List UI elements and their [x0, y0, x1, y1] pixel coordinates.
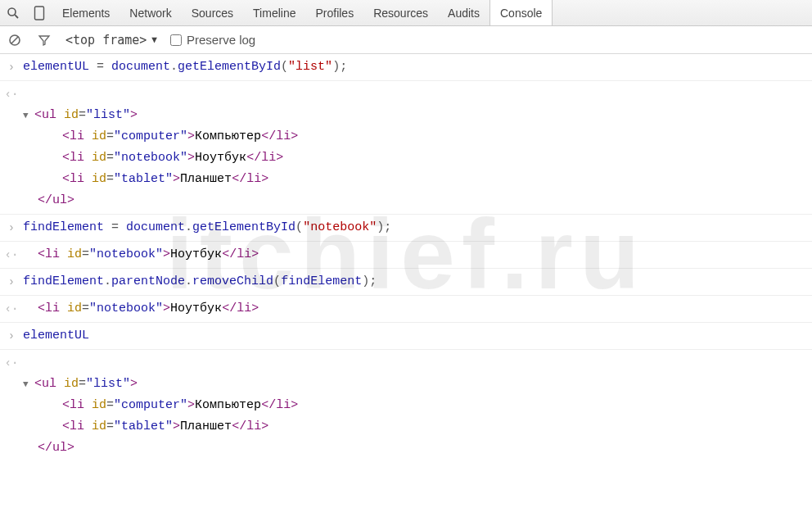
- svg-line-4: [11, 37, 18, 43]
- console-element-tree: ▼<ul id="list"> <li id="computer">Компью…: [23, 84, 812, 211]
- search-icon[interactable]: [0, 0, 26, 25]
- tab-network[interactable]: Network: [120, 0, 181, 25]
- console-input-row[interactable]: › findElement.parentNode.removeChild(fin…: [0, 269, 812, 296]
- execution-context-label: <top frame>: [65, 33, 147, 48]
- console-output-row[interactable]: ‹· ▼<ul id="list"> <li id="computer">Ком…: [0, 81, 812, 215]
- device-icon[interactable]: [26, 0, 52, 25]
- filter-icon[interactable]: [36, 34, 52, 47]
- console-input-row[interactable]: › elementUL = document.getElementById("l…: [0, 54, 812, 81]
- console-input-row[interactable]: › findElement = document.getElementById(…: [0, 215, 812, 242]
- preserve-log-label: Preserve log: [187, 33, 255, 47]
- tab-console[interactable]: Console: [489, 0, 553, 25]
- devtools-tabbar: Elements Network Sources Timeline Profil…: [0, 0, 812, 26]
- svg-line-1: [15, 15, 18, 18]
- tab-audits[interactable]: Audits: [438, 0, 489, 25]
- console-input-row[interactable]: › elementUL: [0, 323, 812, 350]
- console-output-row[interactable]: ‹· <li id="notebook">Ноутбук</li>: [0, 242, 812, 269]
- output-marker-icon: ‹·: [0, 84, 23, 105]
- console-code: findElement = document.getElementById("n…: [23, 217, 812, 238]
- input-marker-icon: ›: [0, 271, 23, 293]
- input-marker-icon: ›: [0, 57, 23, 78]
- disclosure-triangle-icon[interactable]: ▼: [23, 105, 34, 126]
- console-toolbar: <top frame> ▼ Preserve log: [0, 26, 812, 54]
- svg-marker-5: [39, 36, 49, 45]
- preserve-log-checkbox[interactable]: [170, 34, 182, 46]
- clear-console-icon[interactable]: [7, 34, 23, 47]
- console-code: elementUL: [23, 325, 812, 347]
- tab-sources[interactable]: Sources: [182, 0, 243, 25]
- tab-elements[interactable]: Elements: [52, 0, 120, 25]
- svg-point-0: [8, 8, 16, 16]
- tab-timeline[interactable]: Timeline: [243, 0, 305, 25]
- preserve-log-toggle[interactable]: Preserve log: [170, 33, 255, 47]
- input-marker-icon: ›: [0, 217, 23, 238]
- console-output-row[interactable]: ‹· <li id="notebook">Ноутбук</li>: [0, 296, 812, 323]
- input-marker-icon: ›: [0, 325, 23, 347]
- disclosure-triangle-icon[interactable]: ▼: [23, 374, 34, 395]
- console-code: findElement.parentNode.removeChild(findE…: [23, 271, 812, 293]
- output-marker-icon: ‹·: [0, 244, 23, 265]
- chevron-down-icon: ▼: [151, 34, 157, 45]
- tab-profiles[interactable]: Profiles: [305, 0, 363, 25]
- console-element-tree: <li id="notebook">Ноутбук</li>: [23, 298, 812, 320]
- output-marker-icon: ‹·: [0, 298, 23, 320]
- console-output-row[interactable]: ‹· ▼<ul id="list"> <li id="computer">Ком…: [0, 350, 812, 461]
- console-element-tree: ▼<ul id="list"> <li id="computer">Компью…: [23, 352, 812, 459]
- console-output: › elementUL = document.getElementById("l…: [0, 54, 812, 461]
- svg-rect-2: [35, 7, 44, 20]
- execution-context-select[interactable]: <top frame> ▼: [65, 33, 157, 48]
- console-code: elementUL = document.getElementById("lis…: [23, 57, 812, 78]
- console-element-tree: <li id="notebook">Ноутбук</li>: [23, 244, 812, 265]
- output-marker-icon: ‹·: [0, 352, 23, 374]
- tab-resources[interactable]: Resources: [363, 0, 438, 25]
